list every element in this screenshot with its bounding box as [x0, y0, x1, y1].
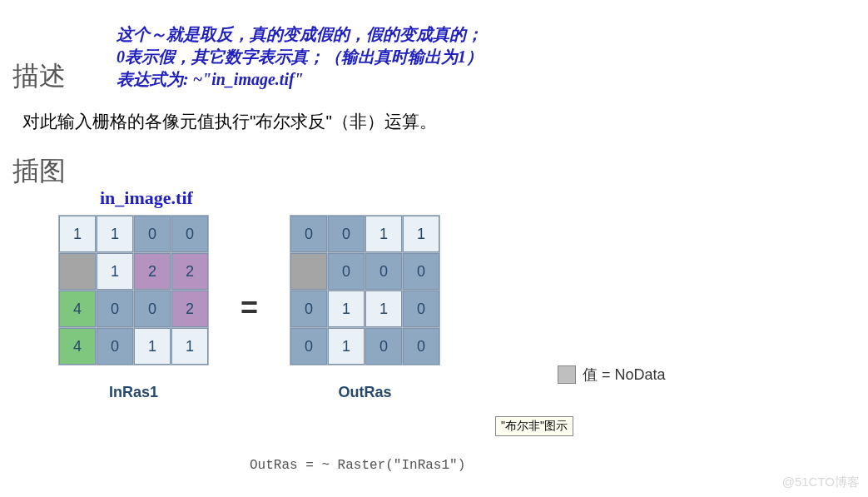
raster-cell: 2 — [171, 253, 208, 290]
raster-cell: 0 — [97, 291, 133, 327]
raster-cell: 1 — [365, 216, 402, 252]
raster-cell: 0 — [328, 253, 365, 290]
raster-cell: 1 — [134, 328, 171, 365]
raster-cell: 1 — [171, 328, 208, 365]
inras-block: 110012240024011 InRas1 — [58, 215, 209, 401]
tooltip-box: "布尔非"图示 — [495, 416, 573, 436]
raster-cell: 0 — [134, 216, 171, 252]
raster-cell: 1 — [328, 328, 365, 365]
legend: 值 = NoData — [558, 365, 666, 385]
inras-label: InRas1 — [109, 384, 158, 401]
legend-swatch — [558, 365, 576, 384]
raster-cell: 4 — [59, 291, 96, 327]
watermark: @51CTO博客 — [782, 475, 860, 490]
raster-cell: 1 — [97, 216, 133, 252]
equals-sign: = — [241, 291, 258, 326]
raster-cell — [290, 253, 327, 290]
raster-cell: 2 — [134, 253, 171, 290]
annotation-line2: 0表示假，其它数字表示真；（输出真时输出为1） — [117, 46, 483, 68]
raster-cell: 0 — [134, 291, 171, 327]
annotation-line3: 表达式为: ~"in_image.tif" — [117, 68, 483, 91]
raster-cell: 1 — [97, 253, 133, 290]
description-text: 对此输入栅格的各像元值执行"布尔求反"（非）运算。 — [22, 110, 856, 133]
outras-block: 001100001100100 OutRas — [290, 215, 440, 401]
raster-cell: 2 — [171, 291, 208, 327]
code-line: OutRas = ~ Raster("InRas1") — [250, 458, 465, 473]
raster-cell: 0 — [290, 291, 327, 327]
annotation-line1: 这个～就是取反，真的变成假的，假的变成真的； — [117, 23, 483, 46]
heading-illustration: 插图 — [12, 153, 856, 190]
raster-cell: 4 — [59, 328, 96, 365]
raster-cell: 0 — [290, 216, 327, 252]
raster-cell: 0 — [328, 216, 365, 252]
raster-cell: 0 — [403, 253, 439, 290]
raster-cell: 1 — [403, 216, 439, 252]
legend-text: 值 = NoData — [583, 365, 666, 385]
raster-cell: 0 — [97, 328, 133, 365]
outras-grid: 001100001100100 — [290, 215, 440, 365]
raster-cell: 0 — [290, 328, 327, 365]
raster-cell: 1 — [328, 291, 365, 327]
outras-label: OutRas — [339, 384, 392, 401]
raster-cell: 1 — [365, 291, 402, 327]
raster-cell: 1 — [59, 216, 96, 252]
raster-cell: 0 — [365, 328, 402, 365]
raster-cell: 0 — [365, 253, 402, 290]
annotation-block: 这个～就是取反，真的变成假的，假的变成真的； 0表示假，其它数字表示真；（输出真… — [117, 23, 483, 91]
raster-cell: 0 — [171, 216, 208, 252]
raster-cell — [59, 253, 96, 290]
in-image-label: in_image.tif — [100, 187, 193, 209]
raster-cell: 0 — [403, 328, 439, 365]
illustration-wrap: 110012240024011 InRas1 = 001100001100100… — [58, 215, 856, 401]
raster-cell: 0 — [403, 291, 439, 327]
inras-grid: 110012240024011 — [58, 215, 209, 365]
